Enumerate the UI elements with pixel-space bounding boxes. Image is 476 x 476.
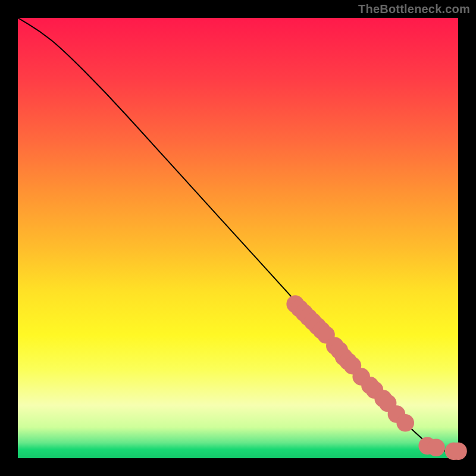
data-point <box>427 439 445 456</box>
marker-group <box>286 295 466 460</box>
data-point <box>449 442 467 460</box>
chart-overlay <box>18 18 458 458</box>
data-point <box>396 414 414 432</box>
trend-curve <box>18 18 458 452</box>
outer-frame: TheBottleneck.com <box>0 0 476 476</box>
watermark-text: TheBottleneck.com <box>358 2 470 16</box>
